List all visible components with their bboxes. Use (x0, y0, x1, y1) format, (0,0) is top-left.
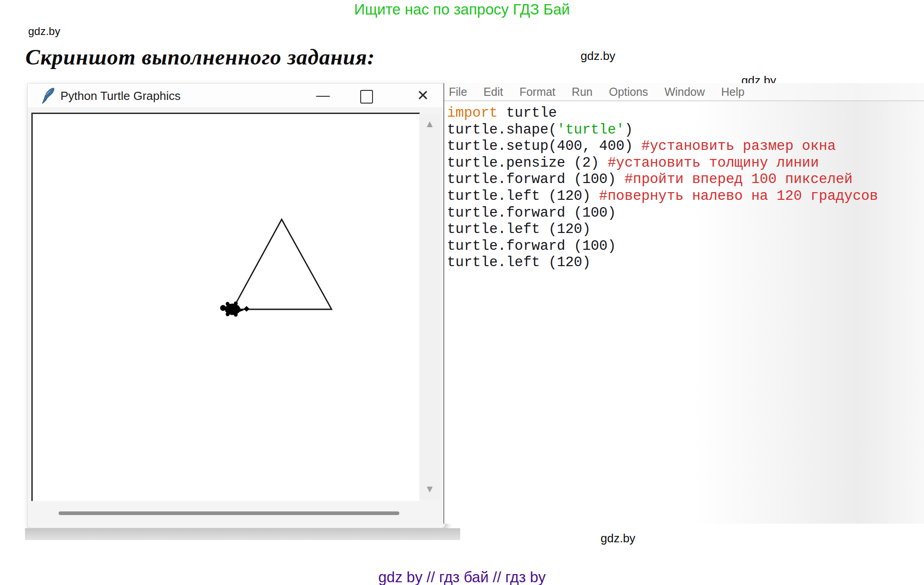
code-line: turtle.left (120) (447, 221, 878, 238)
window-title: Python Turtle Graphics (60, 89, 180, 103)
code-token: turtle.left (120) (447, 221, 591, 237)
code-line: turtle.forward (100) (447, 238, 878, 255)
top-banner: Ищите нас по запросу ГДЗ Бай (0, 1, 924, 18)
code-line: import turtle (447, 105, 878, 122)
code-line: turtle.left (120) (447, 254, 878, 271)
code-token: turtle.setup(400, 400) (447, 138, 641, 154)
scroll-down-button[interactable]: ▼ (419, 481, 440, 497)
horizontal-scroll-thumb[interactable] (59, 511, 399, 515)
page-heading: Скриншот выполненного задания: (25, 45, 375, 69)
watermark: gdz.by (581, 49, 616, 63)
turtle-graphics-window: Python Turtle Graphics — ✕ (27, 83, 445, 528)
horizontal-scrollbar[interactable] (31, 501, 440, 524)
maximize-button[interactable] (360, 90, 373, 104)
code-token: turtle.forward (100) (447, 171, 625, 187)
code-token: #пройти вперед 100 пикселей (625, 171, 853, 187)
code-token: turtle.shape( (447, 122, 557, 138)
minimize-button[interactable]: — (309, 85, 337, 105)
menu-item-file[interactable]: File (449, 85, 467, 99)
scroll-up-button[interactable]: ▲ (419, 116, 440, 132)
code-line: turtle.pensize (2) #установить толщину л… (447, 155, 878, 172)
code-token: #повернуть налево на 120 градусов (599, 188, 878, 204)
turtle-canvas (31, 113, 420, 501)
code-token: import (447, 105, 498, 121)
vertical-scrollbar[interactable]: ▲ ▼ (419, 114, 440, 500)
watermark: gdz.by (601, 531, 636, 545)
code-area[interactable]: import turtleturtle.shape('turtle')turtl… (447, 105, 878, 271)
titlebar[interactable]: Python Turtle Graphics — ✕ (28, 84, 445, 107)
code-token: turtle.left (120) (447, 254, 591, 270)
code-token: turtle.pensize (2) (447, 155, 607, 171)
code-token: turtle (498, 105, 557, 121)
code-line: turtle.forward (100) (447, 205, 878, 222)
menu-item-run[interactable]: Run (572, 85, 593, 99)
footer-links-text: gdz by // гдз бай // гдз by (0, 569, 924, 585)
window-bottom-shadow (25, 528, 460, 540)
watermark: gdz.by (28, 25, 60, 38)
code-token: turtle.forward (100) (447, 205, 616, 221)
code-token: ) (625, 122, 633, 138)
menu-item-options[interactable]: Options (609, 85, 648, 99)
code-line: turtle.shape('turtle') (447, 122, 878, 139)
code-line: turtle.left (120) #повернуть налево на 1… (447, 188, 878, 205)
page-background: Ищите нас по запросу ГДЗ Бай Скриншот вы… (0, 0, 924, 585)
code-token: turtle.left (120) (447, 188, 599, 204)
turtle-cursor-icon (220, 302, 244, 317)
code-token: #установить размер окна (641, 138, 836, 154)
idle-editor-window: FileEditFormatRunOptionsWindowHelp impor… (443, 83, 924, 524)
menu-item-format[interactable]: Format (519, 85, 555, 99)
menu-item-help[interactable]: Help (721, 85, 745, 99)
code-token: 'turtle' (557, 122, 625, 138)
code-line: turtle.setup(400, 400) #установить разме… (447, 138, 878, 155)
code-token: turtle.forward (100) (447, 238, 616, 254)
menu-item-window[interactable]: Window (665, 85, 705, 99)
menu-item-edit[interactable]: Edit (483, 85, 503, 99)
close-button[interactable]: ✕ (409, 85, 437, 105)
menubar: FileEditFormatRunOptionsWindowHelp (444, 83, 924, 101)
code-line: turtle.forward (100) #пройти вперед 100 … (447, 171, 878, 188)
code-token: #установить толщину линии (607, 155, 819, 171)
python-logo-icon (41, 87, 57, 104)
turtle-triangle-drawing (33, 114, 420, 501)
